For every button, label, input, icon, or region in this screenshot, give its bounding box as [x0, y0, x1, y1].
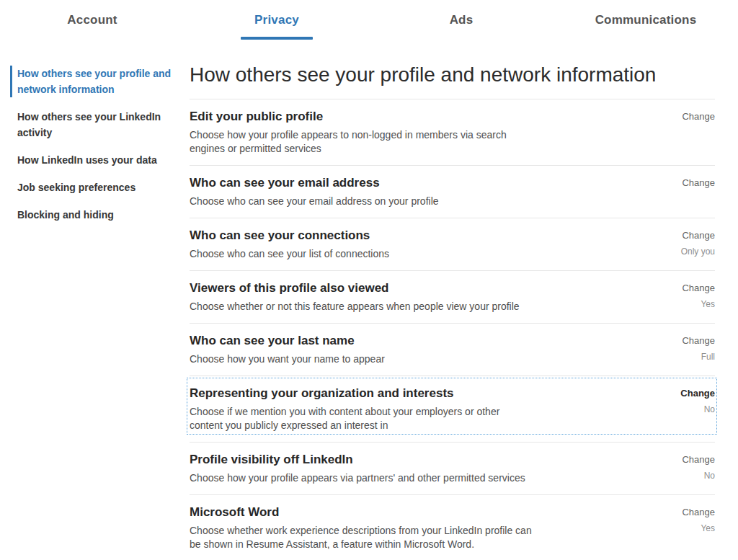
setting-value: No [680, 404, 715, 415]
change-link[interactable]: Change [682, 452, 715, 468]
tab-communications-label: Communications [595, 13, 697, 27]
setting-description: Choose how your profile appears via part… [190, 471, 525, 485]
setting-row-off-linkedin-visibility[interactable]: Profile visibility off LinkedIn Choose h… [190, 443, 715, 495]
setting-value: Yes [682, 523, 715, 534]
setting-controls: Change Only you [670, 228, 715, 261]
setting-controls: Change [670, 175, 715, 208]
setting-title: Who can see your email address [190, 175, 439, 191]
setting-row-public-profile[interactable]: Edit your public profile Choose how your… [190, 99, 715, 166]
change-link[interactable]: Change [680, 386, 715, 401]
setting-title: Who can see your last name [190, 333, 385, 349]
tab-ads-label: Ads [450, 13, 474, 27]
setting-description: Choose who can see your list of connecti… [190, 247, 389, 261]
setting-text: Who can see your connections Choose who … [190, 228, 389, 261]
setting-text: Profile visibility off LinkedIn Choose h… [190, 452, 525, 485]
settings-tab-bar: Account Privacy Ads Communications [0, 0, 738, 40]
setting-text: Edit your public profile Choose how your… [190, 109, 507, 156]
tab-account[interactable]: Account [0, 13, 184, 40]
setting-controls: Change No [669, 386, 715, 432]
sidebar-item-linkedin-data-use[interactable]: How LinkedIn uses your data [10, 152, 175, 168]
setting-title: Microsoft Word [190, 505, 532, 520]
setting-description: Choose whether or not this feature appea… [190, 300, 520, 314]
change-link[interactable]: Change [682, 109, 715, 125]
setting-value: Yes [682, 298, 715, 310]
setting-description: Choose how your profile appears to non-l… [190, 128, 507, 156]
setting-row-connections[interactable]: Who can see your connections Choose who … [190, 218, 715, 271]
setting-controls: Change Full [670, 333, 715, 366]
setting-text: Who can see your last name Choose how yo… [190, 333, 385, 366]
sidebar-item-linkedin-activity[interactable]: How others see your LinkedIn activity [10, 109, 175, 141]
change-link[interactable]: Change [682, 333, 715, 349]
sidebar-item-blocking-and-hiding[interactable]: Blocking and hiding [10, 207, 175, 223]
setting-controls: Change [670, 109, 715, 156]
tab-account-label: Account [67, 13, 117, 27]
setting-row-microsoft-word[interactable]: Microsoft Word Choose whether work exper… [190, 495, 715, 560]
setting-title: Viewers of this profile also viewed [190, 280, 520, 296]
sidebar-nav: How others see your profile and network … [0, 58, 190, 560]
setting-text: Who can see your email address Choose wh… [190, 175, 439, 208]
setting-description: Choose who can see your email address on… [190, 195, 439, 208]
change-link[interactable]: Change [681, 228, 715, 244]
tab-ads[interactable]: Ads [369, 13, 554, 40]
page-title: How others see your profile and network … [190, 63, 715, 99]
setting-title: Representing your organization and inter… [190, 386, 499, 401]
change-link[interactable]: Change [682, 280, 715, 296]
setting-row-email-address[interactable]: Who can see your email address Choose wh… [190, 166, 715, 218]
tab-communications[interactable]: Communications [554, 13, 738, 40]
change-link[interactable]: Change [682, 505, 715, 520]
setting-text: Microsoft Word Choose whether work exper… [190, 505, 532, 551]
active-tab-indicator [241, 37, 313, 40]
setting-description: Choose how you want your name to appear [190, 352, 385, 366]
content-area: How others see your profile and network … [0, 40, 738, 560]
privacy-settings-page: Account Privacy Ads Communications How o… [0, 0, 738, 560]
change-link[interactable]: Change [682, 175, 715, 191]
setting-controls: Change No [670, 452, 715, 485]
setting-text: Viewers of this profile also viewed Choo… [190, 280, 520, 314]
setting-controls: Change Yes [670, 505, 715, 551]
setting-description: Choose whether work experience descripti… [190, 524, 532, 551]
setting-value: No [682, 470, 715, 481]
setting-row-last-name[interactable]: Who can see your last name Choose how yo… [190, 324, 715, 376]
tab-privacy[interactable]: Privacy [184, 13, 369, 40]
setting-value: Only you [681, 246, 715, 257]
settings-panel: How others see your profile and network … [190, 58, 738, 560]
tab-privacy-label: Privacy [254, 13, 299, 27]
sidebar-item-profile-and-network[interactable]: How others see your profile and network … [10, 66, 175, 97]
setting-controls: Change Yes [670, 280, 715, 314]
setting-title: Edit your public profile [190, 109, 507, 125]
setting-value: Full [682, 351, 715, 363]
setting-row-organization-interests[interactable]: Representing your organization and inter… [190, 376, 715, 443]
sidebar-item-job-seeking-preferences[interactable]: Job seeking preferences [10, 179, 175, 195]
setting-description: Choose if we mention you with content ab… [190, 405, 499, 432]
setting-row-profile-viewers[interactable]: Viewers of this profile also viewed Choo… [190, 271, 715, 324]
setting-title: Who can see your connections [190, 228, 389, 244]
setting-text: Representing your organization and inter… [190, 386, 499, 432]
settings-list: Edit your public profile Choose how your… [190, 99, 715, 560]
setting-title: Profile visibility off LinkedIn [190, 452, 525, 468]
